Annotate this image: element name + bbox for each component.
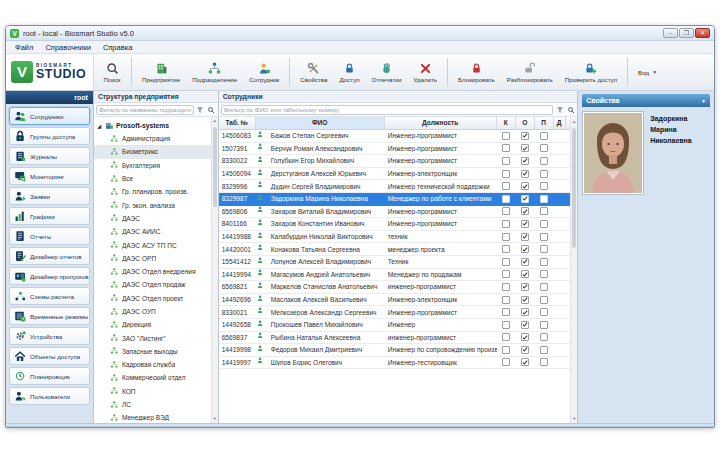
table-row[interactable]: 14419988 Калабурдин Николай Викторович т… [219, 231, 577, 244]
scroll-up-icon[interactable]: ▲ [212, 117, 218, 125]
column-header-tab-number[interactable]: Таб. № [219, 117, 256, 129]
tree-scrollbar[interactable]: ▲ ▼ [211, 117, 218, 423]
checkbox-o[interactable] [521, 195, 529, 203]
table-row[interactable]: 6569821 Маркелов Станислав Анатольевич и… [219, 281, 577, 294]
fingerprints-button[interactable]: Отпечатки [367, 59, 407, 85]
checkbox-k[interactable] [502, 170, 510, 178]
checkbox-p[interactable] [540, 220, 548, 228]
sidebar-item-users[interactable]: Пользователи [9, 387, 90, 405]
checkbox-o[interactable] [521, 258, 529, 266]
checkbox-k[interactable] [502, 333, 510, 341]
checkbox-k[interactable] [502, 258, 510, 266]
unlock-button[interactable]: Разблокировать [502, 59, 558, 85]
tree-item[interactable]: Запасные выходы [94, 345, 218, 358]
sidebar-item-access-groups[interactable]: Группы доступа [9, 127, 90, 145]
employee-button[interactable]: Сотрудник [244, 59, 284, 85]
tree-item[interactable]: Биометрикс [94, 145, 218, 158]
checkbox-o[interactable] [521, 333, 529, 341]
enterprise-button[interactable]: Предприятие [137, 59, 185, 85]
table-row[interactable]: 14492658 Прокошев Павел Михайлович Инжен… [219, 319, 577, 332]
tree-item[interactable]: ДАЭС ОРП [94, 252, 218, 265]
properties-button[interactable]: Свойства [295, 59, 332, 85]
table-row[interactable]: 6569806 Захаров Виталий Владимирович Инж… [219, 206, 577, 219]
checkbox-p[interactable] [540, 170, 548, 178]
tree-item[interactable]: Гр. планиров. произв. [94, 185, 218, 198]
checkbox-p[interactable] [540, 233, 548, 241]
table-row[interactable]: 8329987 Задоркина Марина Николаевна Мене… [219, 193, 577, 206]
checkbox-p[interactable] [540, 144, 548, 152]
checkbox-p[interactable] [540, 321, 548, 329]
table-row[interactable]: 6569837 Рыбина Наталья Алексеевна инжене… [219, 332, 577, 345]
tree-item[interactable]: Менеджер ВЭД [94, 411, 218, 423]
check-access-button[interactable]: Проверить доступ [560, 59, 622, 85]
column-header-o[interactable]: О [516, 117, 535, 129]
table-row[interactable]: 14419994 Магасумов Андрей Анатольевич Ме… [219, 269, 577, 282]
employee-filter-input[interactable] [221, 105, 553, 115]
sidebar-item-devices[interactable]: Устройства [9, 327, 90, 345]
checkbox-o[interactable] [521, 296, 529, 304]
sidebar-root-tab[interactable]: root [6, 91, 93, 104]
checkbox-p[interactable] [540, 358, 548, 366]
checkbox-k[interactable] [502, 283, 510, 291]
sidebar-item-report-designer[interactable]: Дизайнер отчетов [9, 247, 90, 265]
checkbox-p[interactable] [540, 132, 548, 140]
menu-help[interactable]: Справка [97, 41, 138, 54]
sidebar-item-time-modes[interactable]: Временные режимы [9, 307, 90, 325]
checkbox-p[interactable] [540, 283, 548, 291]
tree-item[interactable]: ДАЭС АИИС [94, 225, 218, 238]
checkbox-o[interactable] [521, 346, 529, 354]
tree-item[interactable]: Кадровая служба [94, 358, 218, 371]
checkbox-o[interactable] [521, 270, 529, 278]
checkbox-k[interactable] [502, 182, 510, 190]
delete-button[interactable]: Удалить [408, 59, 442, 85]
checkbox-o[interactable] [521, 170, 529, 178]
table-row[interactable]: 14506083 Бажов Степан Сергеевич Инженер-… [219, 130, 577, 143]
funnel-icon[interactable] [555, 105, 564, 114]
tree-item[interactable]: ЛС [94, 398, 218, 411]
tree-expand-icon[interactable]: ◢ [97, 123, 103, 129]
checkbox-k[interactable] [502, 308, 510, 316]
scroll-down-icon[interactable]: ▼ [571, 415, 577, 423]
table-row[interactable]: 8330021 Мелкозеров Александр Сергеевич И… [219, 306, 577, 319]
checkbox-k[interactable] [502, 346, 510, 354]
department-button[interactable]: Подразделение [187, 59, 242, 85]
properties-header[interactable]: Свойства ▼ [582, 94, 710, 107]
search-button[interactable]: Поиск [98, 59, 126, 85]
table-row[interactable]: 8330022 Голубкин Егор Михайлович Инженер… [219, 155, 577, 168]
tree-item[interactable]: Бухгалтерия [94, 159, 218, 172]
access-button[interactable]: Доступ [334, 59, 364, 85]
tree-item[interactable]: ДАЭС Отдел внедрения [94, 265, 218, 278]
table-row[interactable]: 14420001 Конакова Татьяна Сергеевна мене… [219, 243, 577, 256]
checkbox-o[interactable] [521, 207, 529, 215]
menu-file[interactable]: Файл [9, 41, 39, 54]
sidebar-item-requests[interactable]: Заявки [9, 187, 90, 205]
checkbox-k[interactable] [502, 358, 510, 366]
tree-item[interactable]: Коммерческий отдел [94, 371, 218, 384]
checkbox-o[interactable] [521, 358, 529, 366]
table-row[interactable]: 14506094 Дерстуганов Алексей Юрьевич Инж… [219, 168, 577, 181]
checkbox-o[interactable] [521, 132, 529, 140]
sidebar-item-access-objects[interactable]: Объекты доступа [9, 347, 90, 365]
sidebar-item-employees[interactable]: Сотрудники [9, 107, 90, 125]
column-header-k[interactable]: К [497, 117, 516, 129]
minimize-button[interactable]: – [663, 28, 678, 38]
checkbox-p[interactable] [540, 296, 548, 304]
checkbox-k[interactable] [502, 270, 510, 278]
scroll-up-icon[interactable]: ▲ [571, 118, 577, 126]
checkbox-p[interactable] [540, 258, 548, 266]
checkbox-p[interactable] [540, 207, 548, 215]
table-scrollbar-thumb[interactable] [572, 128, 576, 248]
table-row[interactable]: 14492696 Маслаков Алексей Васильевич Инж… [219, 294, 577, 307]
chevron-down-icon[interactable]: ▼ [701, 98, 706, 104]
checkbox-k[interactable] [502, 296, 510, 304]
tree-item[interactable]: ДАЭС Отдел продаж [94, 278, 218, 291]
close-button[interactable]: ✕ [695, 28, 710, 38]
funnel-icon[interactable] [196, 105, 205, 114]
sidebar-item-pass-designer[interactable]: Дизайнер пропусков [9, 267, 90, 285]
tree-item[interactable]: Гр. экон. анализа [94, 198, 218, 211]
search-icon[interactable] [566, 105, 575, 114]
column-header-d[interactable]: Д [554, 117, 566, 129]
menu-directories[interactable]: Справочники [39, 41, 96, 54]
checkbox-p[interactable] [540, 245, 548, 253]
table-row[interactable]: 1507391 Берчук Роман Александрович Инжен… [219, 143, 577, 156]
